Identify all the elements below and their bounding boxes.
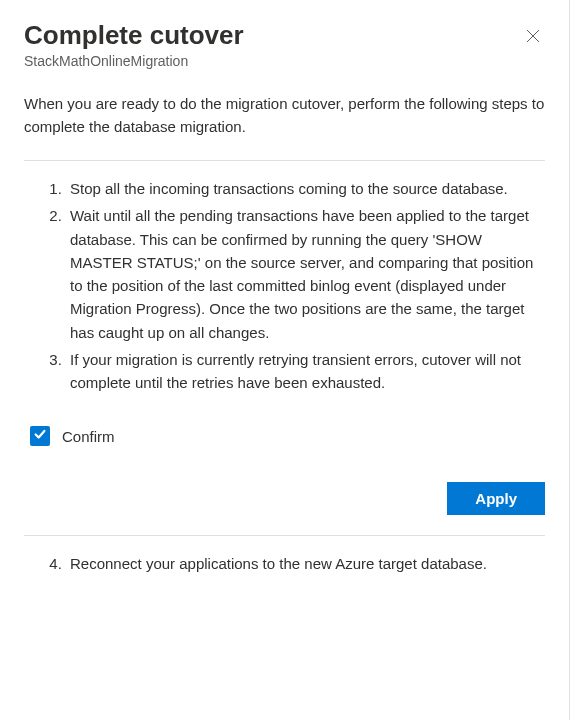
step-item: Reconnect your applications to the new A… <box>66 552 545 575</box>
close-icon <box>525 28 541 47</box>
intro-text: When you are ready to do the migration c… <box>24 93 545 138</box>
confirm-label: Confirm <box>62 428 115 445</box>
close-button[interactable] <box>521 24 545 51</box>
steps-after-list: Reconnect your applications to the new A… <box>24 552 545 575</box>
steps-before-list: Stop all the incoming transactions comin… <box>24 177 545 394</box>
dialog-title: Complete cutover <box>24 20 244 51</box>
step-item: Wait until all the pending transactions … <box>66 204 545 344</box>
divider <box>24 535 545 536</box>
divider <box>24 160 545 161</box>
step-item: If your migration is currently retrying … <box>66 348 545 395</box>
apply-button[interactable]: Apply <box>447 482 545 515</box>
confirm-checkbox[interactable] <box>30 426 50 446</box>
dialog-subtitle: StackMathOnlineMigration <box>24 53 545 69</box>
checkmark-icon <box>33 427 47 445</box>
step-item: Stop all the incoming transactions comin… <box>66 177 545 200</box>
